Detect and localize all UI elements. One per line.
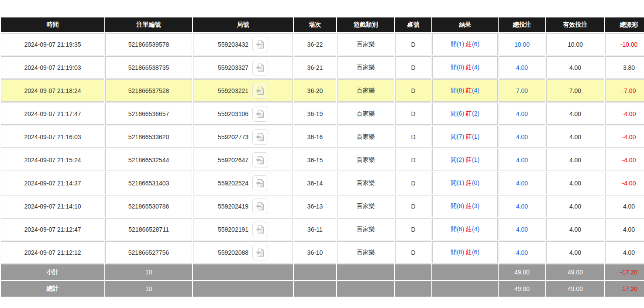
video-replay-icon (255, 155, 265, 165)
bet-id-cell: 521866530786 (105, 195, 192, 217)
video-replay-button[interactable] (252, 60, 268, 75)
bet-id-cell: 521866537528 (105, 79, 192, 102)
round-cell: 559202524 (193, 172, 293, 194)
video-replay-button[interactable] (252, 106, 268, 122)
time-cell: 2024-09-07 21:19:03 (1, 56, 104, 79)
banker-result: 莊 (466, 133, 472, 140)
table-no-cell: D (395, 149, 431, 171)
banker-result: 莊 (466, 110, 472, 117)
video-replay-button[interactable] (252, 129, 268, 145)
total-bet-cell[interactable]: 4.00 (499, 241, 545, 264)
video-replay-button[interactable] (252, 37, 268, 52)
valid-bet-cell: 4.00 (546, 103, 604, 125)
round-cell: 559202419 (193, 195, 293, 217)
summary-count: 10 (105, 281, 192, 297)
video-replay-icon (255, 248, 265, 257)
round-id: 559202088 (218, 249, 248, 256)
round-cell: 559202088 (193, 241, 293, 264)
total-bet-cell[interactable]: 4.00 (499, 103, 545, 125)
banker-result: 莊 (466, 179, 472, 186)
result-cell: 閒(8) 莊(3) (432, 195, 498, 217)
game-type-cell: 百家樂 (337, 241, 394, 264)
result-cell: 閒(6) 莊(2) (432, 103, 498, 125)
game-type-cell: 百家樂 (337, 126, 394, 148)
table-no-cell: D (395, 195, 431, 217)
banker-result-count: (6) (472, 41, 479, 48)
summary-total-bet: 49.00 (499, 264, 545, 280)
video-replay-button[interactable] (252, 245, 268, 260)
valid-bet-cell: 4.00 (546, 149, 604, 171)
round-id: 559202524 (218, 180, 248, 187)
table-row: 2024-09-07 21:12:12 521866527756 5592020… (1, 241, 644, 264)
video-replay-button[interactable] (252, 152, 268, 168)
video-replay-button[interactable] (252, 83, 268, 99)
column-header-result: 結果 (432, 17, 498, 32)
video-replay-button[interactable] (252, 222, 268, 237)
payout-cell: 4.00 (605, 218, 644, 240)
summary-empty-cell (395, 264, 431, 280)
summary-empty-cell (432, 281, 498, 297)
round-cell: 559203106 (193, 103, 293, 125)
round-cell: 559203327 (193, 56, 293, 79)
total-bet-cell[interactable]: 4.00 (499, 149, 545, 171)
column-header-bet-id: 注單編號 (105, 17, 192, 32)
round-id: 559202191 (218, 226, 248, 233)
summary-empty-cell (337, 281, 394, 297)
total-bet-cell[interactable]: 4.00 (499, 56, 545, 79)
round-id: 559203327 (218, 64, 248, 71)
summary-empty-cell (337, 264, 394, 280)
video-replay-button[interactable] (252, 175, 268, 191)
banker-result-count: (1) (472, 156, 479, 163)
table-no-cell: D (395, 241, 431, 264)
table-row: 2024-09-07 21:16:03 521866533620 5592027… (1, 126, 644, 148)
player-result: 閒(6) (451, 110, 466, 117)
valid-bet-cell: 4.00 (546, 241, 604, 264)
banker-result-count: (6) (472, 249, 479, 256)
table-no-cell: D (395, 126, 431, 148)
player-result: 閒(8) (451, 87, 466, 94)
video-replay-icon (255, 132, 265, 142)
total-bet-cell[interactable]: 4.00 (499, 172, 545, 194)
column-header-round: 局號 (193, 17, 293, 32)
valid-bet-cell: 4.00 (546, 195, 604, 217)
bet-id-cell: 521866538735 (105, 56, 192, 79)
table-summary: 小計 10 49.00 49.00 -17.20 總計 10 49.00 49.… (1, 264, 644, 297)
summary-valid-bet: 49.00 (546, 281, 604, 297)
summary-empty-cell (193, 281, 293, 297)
result-cell: 閒(8) 莊(4) (432, 79, 498, 102)
column-header-time: 時間 (1, 17, 104, 32)
summary-empty-cell (432, 264, 498, 280)
banker-result: 莊 (466, 156, 472, 163)
total-bet-cell[interactable]: 4.00 (499, 126, 545, 148)
player-result: 閒(0) (451, 64, 466, 71)
valid-bet-cell: 4.00 (546, 172, 604, 194)
total-bet-cell[interactable]: 4.00 (499, 195, 545, 217)
total-bet-cell[interactable]: 7.00 (499, 79, 545, 102)
bet-id-cell: 521866539578 (105, 33, 192, 55)
video-replay-icon (255, 63, 265, 72)
valid-bet-cell: 7.00 (546, 79, 604, 102)
summary-empty-cell (294, 264, 336, 280)
result-cell: 閒(0) 莊(4) (432, 56, 498, 79)
table-no-cell: D (395, 33, 431, 55)
session-cell: 36-19 (294, 103, 336, 125)
video-replay-icon (255, 40, 265, 49)
table-no-cell: D (395, 56, 431, 79)
time-cell: 2024-09-07 21:14:37 (1, 172, 104, 194)
result-cell: 閒(6) 莊(4) (432, 218, 498, 240)
summary-valid-bet: 49.00 (546, 264, 604, 280)
session-cell: 36-20 (294, 79, 336, 102)
video-replay-icon (255, 202, 265, 211)
total-bet-cell[interactable]: 10.00 (499, 33, 545, 55)
video-replay-button[interactable] (252, 198, 268, 214)
summary-label: 小計 (1, 264, 104, 280)
payout-cell: -4.00 (605, 126, 644, 148)
summary-payout: -17.20 (605, 281, 644, 297)
round-id: 559203106 (218, 110, 248, 117)
player-result: 閒(2) (451, 156, 466, 163)
summary-row: 小計 10 49.00 49.00 -17.20 (1, 264, 644, 280)
round-id: 559202773 (218, 133, 248, 140)
bet-id-cell: 521866533620 (105, 126, 192, 148)
player-result: 閒(8) (451, 249, 466, 256)
total-bet-cell[interactable]: 4.00 (499, 218, 545, 240)
